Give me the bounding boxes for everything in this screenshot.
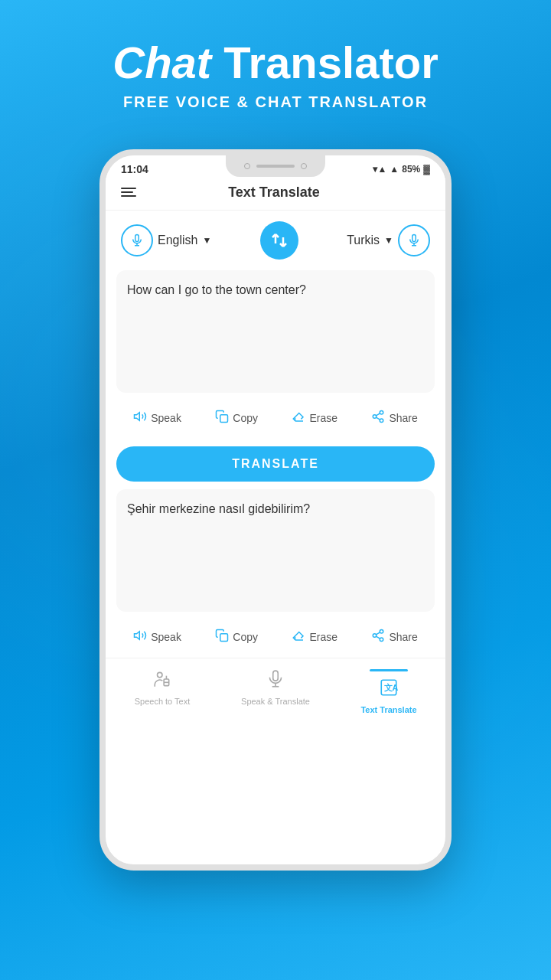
language-selector-bar: English ▼ Turkis ▼ [106,211,445,270]
share-icon [371,410,385,426]
swap-languages-button[interactable] [260,221,298,260]
svg-rect-3 [412,234,416,241]
notch-dot-right [301,163,307,169]
svg-line-13 [377,413,380,416]
target-speak-label: Speak [151,631,181,643]
target-language-button[interactable]: Turkis ▼ [347,224,430,256]
svg-point-22 [158,672,163,678]
source-language-chevron: ▼ [202,235,211,246]
source-erase-button[interactable]: Erase [284,405,345,431]
speech-to-text-icon [152,669,172,694]
svg-text:文A: 文A [384,683,399,692]
title-translator: Translator [211,38,439,87]
nav-item-speak-translate[interactable]: Speak & Translate [219,666,332,717]
app-topbar: Text Translate [106,175,445,211]
status-bar: 11:04 ▾▲ ▲ 85% ▓ [106,155,445,175]
svg-rect-26 [273,671,279,681]
app-subtitle: FREE VOICE & CHAT TRANSLATOR [23,93,528,111]
svg-line-20 [377,636,380,639]
speak-icon [133,410,147,426]
svg-line-21 [377,632,380,635]
svg-rect-0 [135,234,139,241]
target-copy-button[interactable]: Copy [207,624,266,650]
target-erase-icon [292,629,305,645]
target-text-area[interactable]: Şehir merkezine nasıl gidebilirim? [116,489,435,612]
promo-header: Chat Translator FREE VOICE & CHAT TRANSL… [0,0,551,134]
target-copy-label: Copy [233,631,258,643]
svg-rect-15 [220,634,228,642]
nav-label-speech-to-text: Speech to Text [135,697,191,706]
source-mic-button[interactable] [121,224,153,256]
svg-point-18 [373,634,377,638]
menu-line-3 [121,195,136,197]
screen-title: Text Translate [136,185,412,201]
svg-point-19 [380,638,384,642]
target-language-name: Turkis [347,234,380,247]
source-copy-label: Copy [233,412,258,424]
source-text-area[interactable]: How can I go to the town center? [116,270,435,393]
menu-line-2 [121,191,133,193]
svg-line-12 [377,417,380,420]
target-mic-button[interactable] [398,224,430,256]
wifi-icon: ▾▲ [373,164,386,175]
speak-translate-icon [266,669,285,694]
status-right-icons: ▾▲ ▲ 85% ▓ [373,164,430,175]
menu-line-1 [121,188,136,189]
target-speak-icon [133,629,147,645]
app-screen: Text Translate English ▼ [106,175,445,864]
source-share-label: Share [389,412,417,424]
svg-rect-7 [220,415,228,423]
source-copy-button[interactable]: Copy [207,405,266,431]
target-erase-label: Erase [309,631,337,643]
source-action-buttons: Speak Copy [106,397,445,439]
phone-frame: 11:04 ▾▲ ▲ 85% ▓ Text T [99,149,452,871]
svg-marker-6 [135,413,140,421]
target-speak-button[interactable]: Speak [126,624,189,650]
title-chat: Chat [112,38,211,87]
battery-percent: 85% [402,164,420,175]
menu-button[interactable] [121,188,136,197]
nav-item-speech-to-text[interactable]: Speech to Text [106,666,219,717]
nav-item-text-translate[interactable]: 文A Text Translate [332,666,445,717]
copy-icon [215,410,229,426]
target-share-icon [371,629,385,645]
target-action-buttons: Speak Copy [106,616,445,658]
bottom-navigation: Speech to Text Speak & Translate [106,658,445,722]
source-erase-label: Erase [309,412,337,424]
phone-notch [226,155,325,177]
svg-point-10 [373,415,377,419]
target-erase-button[interactable]: Erase [284,624,345,650]
svg-point-17 [380,629,384,633]
target-share-label: Share [389,631,417,643]
svg-point-9 [380,410,384,414]
source-speak-label: Speak [151,412,181,424]
source-language-name: English [158,234,197,247]
erase-icon [292,410,305,426]
status-time: 11:04 [121,163,148,175]
signal-icon: ▲ [390,164,399,175]
battery-icon: ▓ [423,164,430,175]
notch-dot-left [244,163,250,169]
phone-mockup: 11:04 ▾▲ ▲ 85% ▓ Text T [0,149,551,871]
target-copy-icon [215,629,229,645]
notch-line [256,165,295,168]
target-text-content: Şehir merkezine nasıl gidebilirim? [127,500,424,577]
svg-point-11 [380,419,384,423]
nav-label-speak-translate: Speak & Translate [241,697,310,706]
source-language-button[interactable]: English ▼ [121,224,211,256]
nav-label-text-translate: Text Translate [360,705,416,714]
source-speak-button[interactable]: Speak [126,405,189,431]
source-share-button[interactable]: Share [364,405,425,431]
target-language-chevron: ▼ [384,235,393,246]
target-share-button[interactable]: Share [364,624,425,650]
translate-button[interactable]: TRANSLATE [116,446,435,482]
source-text-content: How can I go to the town center? [127,281,424,358]
app-title-large: Chat Translator [23,38,528,87]
svg-marker-14 [135,632,140,640]
text-translate-icon: 文A [379,678,399,702]
nav-active-line-text [370,669,408,671]
